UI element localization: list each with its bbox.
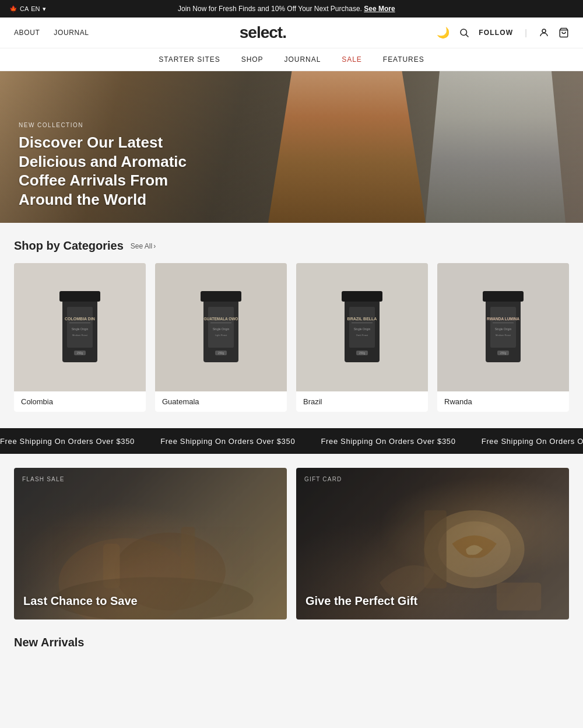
journal-link[interactable]: JOURNAL [54,29,89,37]
category-card-rwanda[interactable]: RWANDA LUMINA Single Origin Medium Roast… [437,263,569,412]
flag-icon: 🍁 [9,5,17,13]
svg-rect-35 [493,323,514,323]
promo-title-flash-sale: Last Chance to Save [23,594,278,608]
banner-text-3: Free Shipping On Orders Over $350 [321,437,456,446]
categories-title: Shop by Categories [14,239,124,253]
svg-rect-23 [342,291,382,302]
svg-text:250g: 250g [77,352,83,355]
categories-section: Shop by Categories See All › COLOMBIA DI… [0,223,583,428]
promo-badge-flash-sale: FLASH SALE [22,476,65,482]
nav-bar: STARTER SITES SHOP JOURNAL SALE FEATURES [0,48,583,71]
svg-rect-43 [181,527,195,583]
svg-line-1 [466,34,469,37]
category-label-guatemala: Guatemala [155,391,287,412]
promo-title-gift-card: Give the Perfect Gift [305,594,560,608]
new-arrivals-title: New Arrivals [14,636,569,649]
promo-badge-gift-card: GIFT CARD [304,476,342,482]
svg-text:250g: 250g [218,352,224,355]
categories-header: Shop by Categories See All › [14,239,569,253]
promo-card-gift-card[interactable]: GIFT CARD Give the Perfect Gift [296,468,569,620]
country-code[interactable]: CA [20,5,29,12]
scrolling-banner: Free Shipping On Orders Over $350 Free S… [0,428,583,454]
header-divider: | [525,28,527,37]
banner-text-4: Free Shipping On Orders Over $350 [482,437,583,446]
svg-text:Medium Roast: Medium Roast [72,334,88,337]
banner-text-2: Free Shipping On Orders Over $350 [160,437,295,446]
svg-text:Dark Roast: Dark Roast [356,334,368,337]
nav-sale[interactable]: SALE [342,55,362,64]
hero-content: NEW COLLECTION Discover Our Latest Delic… [0,108,236,223]
search-button[interactable] [459,27,469,38]
svg-rect-8 [69,323,90,323]
svg-point-0 [461,29,467,36]
svg-text:Single Origin: Single Origin [495,327,512,331]
lang-code[interactable]: EN [31,5,40,12]
see-more-link[interactable]: See More [364,5,395,13]
hero-badge: NEW COLLECTION [19,122,217,128]
category-card-guatemala[interactable]: GUATEMALA OWO Single Origin Light Roast … [155,263,287,412]
new-arrivals-section: New Arrivals [0,620,583,668]
category-label-colombia: Colombia [14,391,146,412]
main-header: ABOUT JOURNAL select. 🌙 FOLLOW | [0,18,583,48]
promo-section: FLASH SALE Last Chance to Save GIFT CARD… [0,454,583,620]
hero-person-2 [426,71,566,223]
category-img-rwanda: RWANDA LUMINA Single Origin Medium Roast… [437,263,569,391]
announcement-bar: 🍁 CA EN ▾ Join Now for Fresh Finds and 1… [0,0,583,18]
account-button[interactable] [539,27,549,38]
hero-person-1 [268,71,426,223]
categories-grid: COLOMBIA DIN Single Origin Medium Roast … [14,263,569,412]
category-img-brazil: BRAZIL BELLA Single Origin Dark Roast 25… [296,263,428,391]
category-label-rwanda: Rwanda [437,391,569,412]
site-logo[interactable]: select. [240,23,286,42]
header-left-nav: ABOUT JOURNAL [14,29,89,37]
category-card-brazil[interactable]: BRAZIL BELLA Single Origin Dark Roast 25… [296,263,428,412]
svg-text:250g: 250g [500,352,507,355]
nav-journal[interactable]: JOURNAL [285,55,321,64]
category-card-colombia[interactable]: COLOMBIA DIN Single Origin Medium Roast … [14,263,146,412]
hero-section: NEW COLLECTION Discover Our Latest Delic… [0,71,583,223]
categories-see-all[interactable]: See All › [131,242,156,250]
svg-rect-26 [352,323,373,323]
hero-figure [233,71,583,223]
hero-title: Discover Our Latest Delicious and Aromat… [19,133,217,209]
category-label-brazil: Brazil [296,391,428,412]
nav-starter-sites[interactable]: STARTER SITES [159,55,220,64]
follow-button[interactable]: FOLLOW [479,29,513,37]
svg-text:BRAZIL BELLA: BRAZIL BELLA [347,317,377,321]
svg-text:RWANDA LUMINA: RWANDA LUMINA [487,317,519,321]
svg-rect-14 [201,291,241,302]
svg-text:COLOMBIA DIN: COLOMBIA DIN [65,317,95,321]
nav-shop[interactable]: SHOP [241,55,264,64]
nav-features[interactable]: FEATURES [383,55,424,64]
chevron-right-icon: › [153,242,156,250]
svg-text:Single Origin: Single Origin [72,327,89,331]
svg-point-2 [542,29,546,33]
header-right-actions: 🌙 FOLLOW | [437,26,569,39]
svg-rect-17 [210,323,231,323]
svg-text:GUATEMALA OWO: GUATEMALA OWO [204,317,238,321]
svg-rect-32 [483,291,524,302]
svg-text:Single Origin: Single Origin [354,327,371,331]
scrolling-text: Free Shipping On Orders Over $350 Free S… [0,437,583,446]
promo-grid: FLASH SALE Last Chance to Save GIFT CARD… [14,468,569,620]
category-img-guatemala: GUATEMALA OWO Single Origin Light Roast … [155,263,287,391]
promo-card-flash-sale[interactable]: FLASH SALE Last Chance to Save [14,468,287,620]
locale-selector[interactable]: 🍁 CA EN ▾ [9,5,46,13]
about-link[interactable]: ABOUT [14,29,40,37]
dark-mode-button[interactable]: 🌙 [437,26,449,39]
cart-button[interactable] [559,27,569,38]
banner-text-1: Free Shipping On Orders Over $350 [0,437,135,446]
svg-rect-5 [59,291,100,302]
svg-text:Light Roast: Light Roast [215,334,227,337]
announcement-message: Join Now for Fresh Finds and 10% Off You… [46,5,527,13]
svg-text:250g: 250g [359,352,366,355]
svg-text:Single Origin: Single Origin [213,327,230,331]
svg-text:Medium Roast: Medium Roast [496,334,511,337]
category-img-colombia: COLOMBIA DIN Single Origin Medium Roast … [14,263,146,391]
